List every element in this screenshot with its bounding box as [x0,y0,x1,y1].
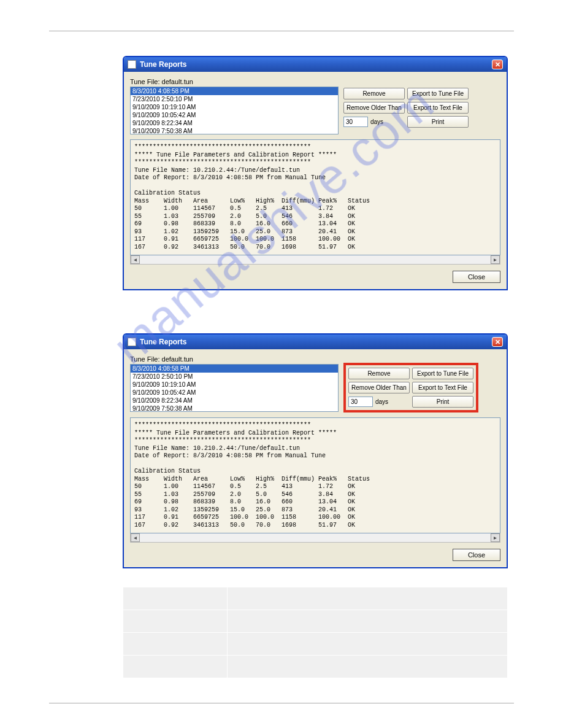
scroll-right-icon[interactable]: ► [491,533,500,542]
export-text-button[interactable]: Export to Text File [412,382,473,393]
report-row: 167 0.92 3461313 50.0 70.0 1698 51.97 OK [134,244,355,250]
horizontal-scrollbar[interactable]: ◄ ► [130,533,500,543]
report-col-headers: Mass Width Area Low% High% Diff(mmu) Pea… [134,198,370,204]
description-table [123,587,508,678]
report-row: 93 1.02 1359259 15.0 25.0 873 20.41 OK [134,506,355,513]
bottom-rule [49,703,514,703]
report-row: 93 1.02 1359259 15.0 25.0 873 20.41 OK [134,228,355,235]
report-row: 69 0.98 868339 8.0 16.0 660 13.04 OK [134,220,355,227]
scroll-right-icon[interactable]: ► [491,255,500,264]
report-divider: ****************************************… [134,437,311,444]
report-header: ***** Tune File Parameters and Calibrati… [134,152,337,158]
report-row: 69 0.98 868339 8.0 16.0 660 13.04 OK [134,498,355,505]
horizontal-scrollbar[interactable]: ◄ ► [130,255,500,265]
titlebar: Tune Reports ✕ [124,335,507,349]
list-item[interactable]: 9/10/2009 7:50:38 AM [131,405,338,412]
remove-button[interactable]: Remove [348,368,410,379]
list-item[interactable]: 9/10/2009 10:19:10 AM [131,381,338,389]
scroll-left-icon[interactable]: ◄ [131,255,140,264]
report-row: 50 1.00 114567 0.5 2.5 413 1.72 OK [134,205,355,212]
close-button[interactable]: Close [453,549,500,561]
days-label: days [375,398,388,405]
close-icon: ✕ [495,61,500,69]
report-status-title: Calibration Status [134,468,201,474]
export-tune-button[interactable]: Export to Tune File [407,88,469,99]
list-item[interactable]: 9/10/2009 7:50:38 AM [131,127,338,134]
window-icon [128,338,136,346]
list-item[interactable]: 9/10/2009 10:05:42 AM [131,389,338,397]
table-cell [228,610,508,633]
window-close-button[interactable]: ✕ [492,60,503,69]
tune-file-label: Tune File: default.tun [130,78,339,85]
table-row [123,587,508,610]
report-row: 117 0.91 6659725 100.0 100.0 1158 100.00… [134,236,355,242]
list-item[interactable]: 9/10/2009 8:22:34 AM [131,119,338,127]
table-cell [123,587,228,610]
report-listbox[interactable]: 8/3/2010 4:08:58 PM 7/23/2010 2:50:10 PM… [130,87,339,134]
days-input[interactable] [343,117,368,127]
report-listbox[interactable]: 8/3/2010 4:08:58 PM 7/23/2010 2:50:10 PM… [130,364,339,412]
report-row: 55 1.03 255709 2.0 5.0 546 3.84 OK [134,213,355,220]
print-button[interactable]: Print [412,396,473,408]
table-cell [123,656,228,678]
table-row [123,610,508,633]
report-text-area: ****************************************… [130,139,500,255]
table-cell [228,587,508,610]
top-rule [49,31,514,31]
window-title: Tune Reports [140,60,186,69]
report-divider: ****************************************… [134,144,311,150]
window-icon [128,60,136,69]
report-name-line: Tune File Name: 10.210.2.44:/Tune/defaul… [134,445,300,452]
report-name-line: Tune File Name: 10.210.2.44:/Tune/defaul… [134,167,300,174]
close-button[interactable]: Close [453,271,500,283]
list-item[interactable]: 9/10/2009 10:19:10 AM [131,103,338,111]
export-text-button[interactable]: Export to Text File [407,102,469,114]
report-date-line: Date of Report: 8/3/2010 4:08:58 PM from… [134,174,326,181]
tune-reports-window-2: Tune Reports ✕ Tune File: default.tun 8/… [123,333,508,568]
export-tune-button[interactable]: Export to Tune File [412,368,473,379]
list-item[interactable]: 8/3/2010 4:08:58 PM [131,365,338,373]
tune-file-label: Tune File: default.tun [130,355,339,363]
report-date-line: Date of Report: 8/3/2010 4:08:58 PM from… [134,452,326,459]
remove-older-button[interactable]: Remove Older Than [343,102,405,114]
list-item[interactable]: 9/10/2009 10:05:42 AM [131,111,338,119]
days-input[interactable] [348,397,373,407]
list-item[interactable]: 9/10/2009 8:22:34 AM [131,397,338,405]
window-close-button[interactable]: ✕ [492,337,503,347]
highlighted-button-group: Remove Export to Tune File Remove Older … [343,363,478,412]
report-divider: ****************************************… [134,422,311,428]
list-item[interactable]: 8/3/2010 4:08:58 PM [131,87,338,95]
window-title: Tune Reports [140,338,186,346]
report-header: ***** Tune File Parameters and Calibrati… [134,430,337,436]
list-item[interactable]: 7/23/2010 2:50:10 PM [131,95,338,103]
remove-button[interactable]: Remove [343,88,405,99]
report-row: 167 0.92 3461313 50.0 70.0 1698 51.97 OK [134,522,355,529]
report-row: 50 1.00 114567 0.5 2.5 413 1.72 OK [134,483,355,490]
table-cell [123,610,228,633]
titlebar: Tune Reports ✕ [124,57,507,72]
table-cell [228,656,508,678]
table-cell [123,633,228,656]
tune-reports-window-1: Tune Reports ✕ Tune File: default.tun 8/… [123,56,508,290]
scroll-left-icon[interactable]: ◄ [131,533,140,542]
report-row: 55 1.03 255709 2.0 5.0 546 3.84 OK [134,491,355,498]
remove-older-button[interactable]: Remove Older Than [348,382,410,393]
report-col-headers: Mass Width Area Low% High% Diff(mmu) Pea… [134,476,370,482]
print-button[interactable]: Print [407,116,469,128]
table-row [123,633,508,656]
report-text-area: ****************************************… [130,417,500,533]
report-divider: ****************************************… [134,159,311,166]
days-label: days [370,118,383,125]
list-item[interactable]: 7/23/2010 2:50:10 PM [131,373,338,381]
table-cell [228,633,508,656]
close-icon: ✕ [495,338,500,346]
report-status-title: Calibration Status [134,190,201,196]
table-row [123,656,508,678]
report-row: 117 0.91 6659725 100.0 100.0 1158 100.00… [134,514,355,521]
